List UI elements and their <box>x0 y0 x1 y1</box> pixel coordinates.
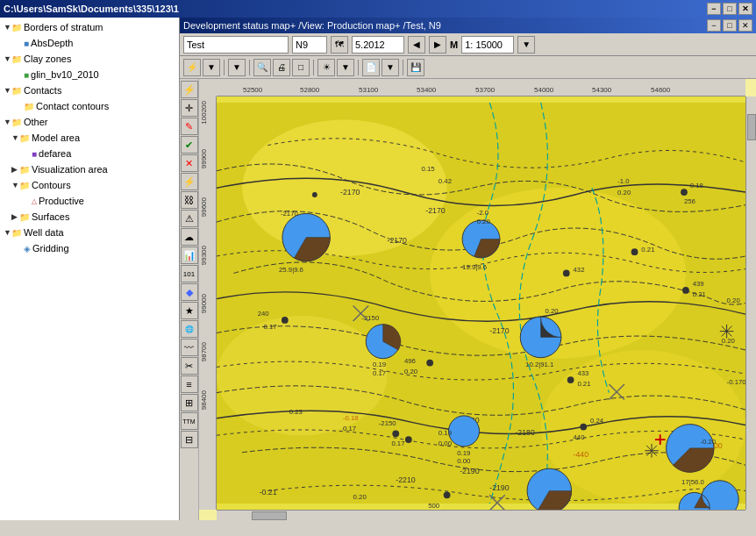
sidebar: ▼ 📁 Borders of stratum ■ AbsDepth ▼ 📁 Cl… <box>0 18 180 520</box>
vbtn-6[interactable]: ⚡ <box>181 173 198 190</box>
test-field[interactable]: Test <box>183 36 289 54</box>
vbtn-11[interactable]: 101 <box>181 265 198 282</box>
sidebar-item-contacts[interactable]: ▼ 📁 Contacts <box>2 82 177 98</box>
tb2-btn-5[interactable]: ▼ <box>337 59 354 76</box>
svg-text:10.2|91.1: 10.2|91.1 <box>525 361 553 368</box>
svg-text:439: 439 <box>693 280 704 288</box>
folder-icon-contours: 📁 <box>19 181 30 190</box>
sidebar-label-productive: Productive <box>39 196 84 206</box>
next-btn[interactable]: ▶ <box>429 36 446 54</box>
scale-dropdown-btn[interactable]: ▼ <box>517 36 535 54</box>
svg-text:-2210: -2210 <box>396 475 416 484</box>
svg-text:440: 440 <box>574 433 586 441</box>
vbtn-compass[interactable]: ТТМ <box>181 412 198 430</box>
svg-text:19.9|9.6: 19.9|9.6 <box>462 263 487 271</box>
scrollbar-corner <box>745 510 756 520</box>
svg-text:500: 500 <box>428 502 440 510</box>
tb2-btn-print[interactable]: 🖨 <box>273 59 290 76</box>
test-label: Test <box>187 39 204 50</box>
scrollbar-horizontal[interactable] <box>217 510 745 520</box>
sidebar-item-surfaces[interactable]: ▶ 📁 Surfaces <box>2 209 177 225</box>
vbtn-3[interactable]: ✎ <box>181 118 198 135</box>
minimize-btn[interactable]: − <box>707 3 721 15</box>
vbtn-8[interactable]: ⚠ <box>181 210 198 227</box>
scrollbar-v-thumb[interactable] <box>747 114 756 140</box>
scale-field[interactable]: 1: 15000 <box>461 36 514 54</box>
vbtn-1[interactable]: ⚡ <box>181 81 198 98</box>
sidebar-item-contours[interactable]: ▼ 📁 Contours <box>2 177 177 193</box>
scrollbar-h-thumb[interactable] <box>252 511 287 520</box>
vbtn-7[interactable]: ⛓ <box>181 191 198 209</box>
tb2-btn-2[interactable]: ▼ <box>203 59 220 76</box>
vbtn-12[interactable]: ◆ <box>181 283 198 301</box>
svg-text:0.00: 0.00 <box>457 457 471 465</box>
svg-text:0.20: 0.20 <box>727 297 741 305</box>
n9-field[interactable]: N9 <box>292 36 327 54</box>
sidebar-item-productive[interactable]: △ Productive <box>2 193 177 209</box>
maximize-btn[interactable]: □ <box>723 3 737 15</box>
vbtn-14[interactable]: 🌐 <box>181 320 198 338</box>
tb2-btn-1[interactable]: ⚡ <box>183 59 201 76</box>
svg-point-77 <box>405 436 412 443</box>
sidebar-item-gridding[interactable]: ◈ Gridding <box>2 240 177 256</box>
tb2-btn-3[interactable]: ▼ <box>228 59 246 76</box>
vbtn-16[interactable]: ✂ <box>181 357 198 375</box>
close-btn[interactable]: ✕ <box>738 3 752 15</box>
map-close-btn[interactable]: ✕ <box>738 19 752 32</box>
sidebar-item-other[interactable]: ▼ 📁 Other <box>2 114 177 130</box>
svg-text:-440: -440 <box>574 450 589 459</box>
svg-text:0.21: 0.21 <box>577 380 590 388</box>
tb2-btn-sun[interactable]: ☀ <box>317 59 335 76</box>
map-icon-btn[interactable]: 🗺 <box>331 36 348 54</box>
vbtn-5[interactable]: ✕ <box>181 154 198 172</box>
svg-text:-2190: -2190 <box>460 467 480 475</box>
vbtn-17[interactable]: ≡ <box>181 375 198 393</box>
vbtn-10[interactable]: 📊 <box>181 247 198 264</box>
vbtn-13[interactable]: ★ <box>181 302 198 319</box>
map-title-bar: Development status map+ /View: Productio… <box>180 18 756 33</box>
svg-text:0.00: 0.00 <box>439 440 453 447</box>
svg-text:17|56.0: 17|56.0 <box>681 478 704 486</box>
svg-point-60 <box>563 270 570 277</box>
prev-btn[interactable]: ◀ <box>408 36 425 54</box>
tb2-sep-4 <box>358 60 359 75</box>
sidebar-label-surf: Surfaces <box>32 211 69 222</box>
map-minimize-btn[interactable]: − <box>707 19 721 32</box>
scrollbar-vertical[interactable] <box>745 96 756 510</box>
sidebar-item-welldata[interactable]: ▼ 📁 Well data <box>2 225 177 240</box>
sidebar-item-borders[interactable]: ▼ 📁 Borders of stratum <box>2 19 177 35</box>
sidebar-item-absdepth[interactable]: ■ AbsDepth <box>2 35 177 51</box>
svg-text:0.20: 0.20 <box>617 189 631 197</box>
main-layout: ▼ 📁 Borders of stratum ■ AbsDepth ▼ 📁 Cl… <box>0 18 756 520</box>
expand-icon-contacts: ▼ <box>4 86 11 95</box>
svg-text:433: 433 <box>577 369 588 377</box>
map-maximize-btn[interactable]: □ <box>723 19 737 32</box>
date-field[interactable]: 5.2012 <box>352 36 404 54</box>
sidebar-label-cc: Contact contours <box>36 101 109 111</box>
tb2-btn-zoom[interactable]: 🔍 <box>253 59 271 76</box>
tb2-btn-doc[interactable]: 📄 <box>362 59 380 76</box>
svg-point-74 <box>392 430 399 437</box>
vbtn-18[interactable]: ⊞ <box>181 394 198 411</box>
tb2-btn-6[interactable]: ▼ <box>382 59 399 76</box>
folder-icon-surf: 📁 <box>19 212 30 222</box>
expand-icon-model: ▼ <box>11 133 19 142</box>
vbtn-grid[interactable]: ⊟ <box>181 431 198 448</box>
ruler-corner <box>199 79 217 96</box>
expand-icon-well: ▼ <box>4 228 11 237</box>
sidebar-item-glin[interactable]: ■ glin_bv10_2010 <box>2 67 177 82</box>
sidebar-item-defarea[interactable]: ■ defarea <box>2 146 177 161</box>
vbtn-15[interactable]: 〰 <box>181 339 198 356</box>
sidebar-item-clayzones[interactable]: ▼ 📁 Clay zones <box>2 51 177 67</box>
svg-text:0.20: 0.20 <box>722 337 736 345</box>
sidebar-item-contactcontours[interactable]: 📁 Contact contours <box>2 98 177 114</box>
sidebar-item-vizarea[interactable]: ▶ 📁 Visualization area <box>2 161 177 177</box>
svg-point-57 <box>682 287 689 294</box>
vbtn-4[interactable]: ✔ <box>181 136 198 154</box>
vbtn-9[interactable]: ☁ <box>181 228 198 246</box>
tb2-btn-rect[interactable]: □ <box>292 59 310 76</box>
svg-point-71 <box>426 360 433 367</box>
tb2-btn-save[interactable]: 💾 <box>407 59 424 76</box>
vbtn-2[interactable]: ✛ <box>181 99 198 117</box>
sidebar-item-modelarea[interactable]: ▼ 📁 Model area <box>2 130 177 146</box>
